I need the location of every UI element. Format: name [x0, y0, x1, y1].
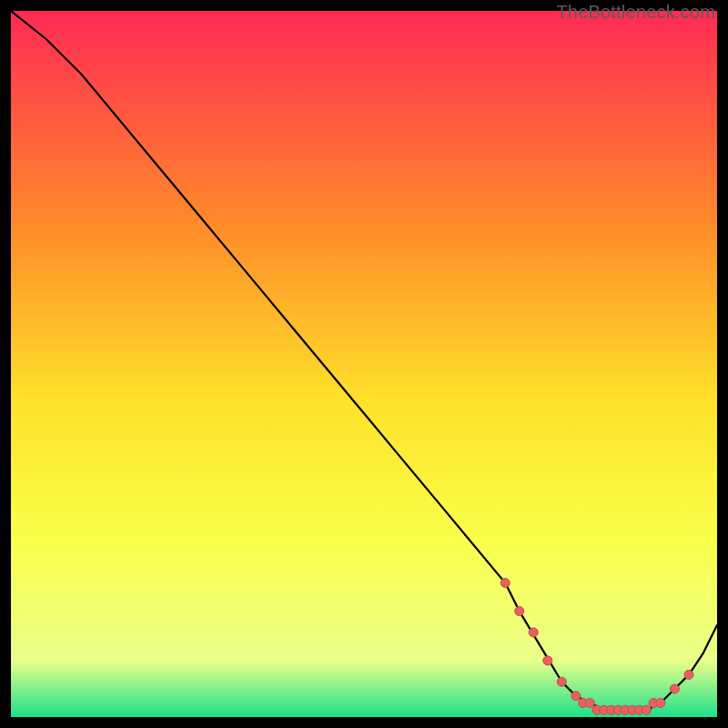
curve-marker: [500, 579, 510, 588]
curve-marker: [557, 677, 566, 686]
curve-marker: [585, 699, 594, 708]
curve-marker: [571, 692, 581, 701]
plot-area: [11, 11, 717, 717]
curve-marker: [656, 699, 665, 708]
curve-marker: [684, 670, 693, 679]
curve-marker: [642, 705, 651, 714]
chart-container: TheBottleneck.com: [0, 0, 728, 728]
chart-svg: [11, 11, 717, 717]
watermark-text: TheBottleneck.com: [556, 2, 715, 23]
curve-marker: [670, 684, 679, 693]
curve-marker: [543, 656, 552, 665]
curve-marker: [515, 607, 524, 616]
curve-marker: [529, 628, 538, 637]
